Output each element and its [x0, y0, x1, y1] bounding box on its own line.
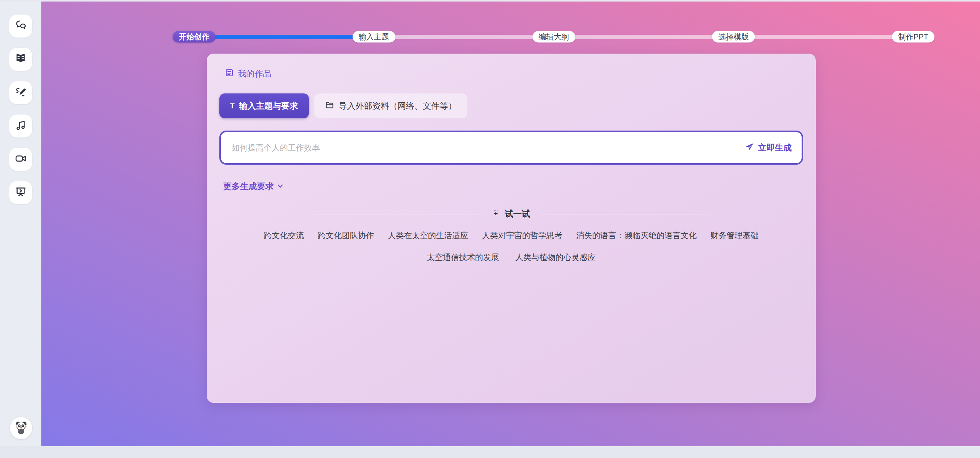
topic-input[interactable] — [232, 143, 745, 152]
divider — [314, 214, 482, 214]
music-icon — [15, 119, 27, 133]
step-label: 制作PPT — [898, 32, 928, 42]
sidebar-item-writing[interactable] — [9, 81, 32, 104]
suggestion-chip[interactable]: 财务管理基础 — [710, 230, 759, 241]
chevron-down-icon — [277, 182, 284, 192]
step-choose-template: 选择模版 — [712, 31, 755, 43]
suggestion-chip[interactable]: 跨文化团队协作 — [318, 230, 374, 241]
tab-label: 导入外部资料（网络、文件等） — [339, 100, 457, 112]
topic-input-container: 立即生成 — [219, 131, 803, 165]
step-input-topic: 输入主题 — [353, 31, 395, 43]
step-make-ppt: 制作PPT — [892, 31, 934, 43]
sidebar-item-video[interactable] — [9, 148, 32, 171]
send-icon — [745, 142, 754, 154]
suggestion-chip[interactable]: 太空通信技术的发展 — [427, 252, 499, 263]
try-it-title: 试一试 — [505, 208, 530, 220]
source-tabs: T 输入主题与要求 导入外部资料（网络、文件等） — [219, 93, 803, 118]
suggestion-chip[interactable]: 跨文化交流 — [264, 230, 304, 241]
divider — [541, 214, 709, 214]
panda-avatar-icon — [13, 419, 29, 437]
suggestion-row-2: 太空通信技术的发展 人类与植物的心灵感应 — [219, 252, 803, 263]
document-icon — [225, 68, 234, 80]
presentation-icon — [15, 186, 27, 200]
book-icon — [15, 52, 27, 66]
my-works-label: 我的作品 — [238, 68, 271, 80]
progress-stepper: 开始创作 输入主题 编辑大纲 选择模版 制作PPT — [173, 31, 934, 43]
stepper-connector — [572, 35, 715, 39]
text-icon: T — [230, 102, 235, 110]
suggestion-row-1: 跨文化交流 跨文化团队协作 人类在太空的生活适应 人类对宇宙的哲学思考 消失的语… — [219, 230, 803, 241]
more-requirements-label: 更多生成要求 — [223, 181, 274, 192]
suggestion-chip[interactable]: 人类在太空的生活适应 — [388, 230, 468, 241]
tab-input-topic[interactable]: T 输入主题与要求 — [219, 93, 309, 118]
writing-icon — [15, 86, 27, 100]
suggestion-chip[interactable]: 人类对宇宙的哲学思考 — [482, 230, 562, 241]
folder-icon — [325, 100, 334, 112]
suggestion-chip[interactable]: 人类与植物的心灵感应 — [515, 252, 596, 263]
tab-label: 输入主题与要求 — [239, 100, 298, 112]
creation-panel: 我的作品 T 输入主题与要求 导入外部资料（网络、文件等） — [207, 54, 816, 403]
sidebar-item-reading[interactable] — [9, 48, 32, 71]
more-requirements-toggle[interactable]: 更多生成要求 — [223, 181, 284, 192]
stepper-connector — [392, 35, 536, 39]
tab-import-external[interactable]: 导入外部资料（网络、文件等） — [314, 93, 467, 118]
generate-label: 立即生成 — [758, 142, 792, 154]
sidebar-item-ppt[interactable] — [9, 181, 32, 204]
generate-button[interactable]: 立即生成 — [745, 142, 792, 154]
window-bottom-strip — [0, 446, 980, 458]
chat-icon — [15, 19, 27, 33]
step-label: 编辑大纲 — [539, 32, 569, 42]
main-area: 开始创作 输入主题 编辑大纲 选择模版 制作PPT — [41, 2, 980, 446]
step-start-creation: 开始创作 — [173, 31, 216, 43]
step-label: 输入主题 — [359, 32, 389, 42]
sidebar-item-music[interactable] — [9, 114, 32, 137]
sidebar — [0, 2, 41, 446]
try-it-header: 试一试 — [219, 208, 803, 220]
sparkles-icon — [493, 209, 501, 219]
suggestion-chip[interactable]: 消失的语言：濒临灭绝的语言文化 — [576, 230, 697, 241]
step-label: 选择模版 — [718, 32, 749, 42]
video-icon — [15, 152, 27, 166]
sidebar-item-chat[interactable] — [9, 15, 32, 38]
stepper-connector — [752, 35, 895, 39]
user-avatar[interactable] — [10, 417, 32, 439]
step-label: 开始创作 — [179, 32, 209, 42]
step-edit-outline: 编辑大纲 — [532, 31, 575, 43]
app-window: 开始创作 输入主题 编辑大纲 选择模版 制作PPT — [0, 2, 980, 446]
stepper-connector-done — [212, 35, 356, 39]
my-works-link[interactable]: 我的作品 — [225, 68, 271, 80]
